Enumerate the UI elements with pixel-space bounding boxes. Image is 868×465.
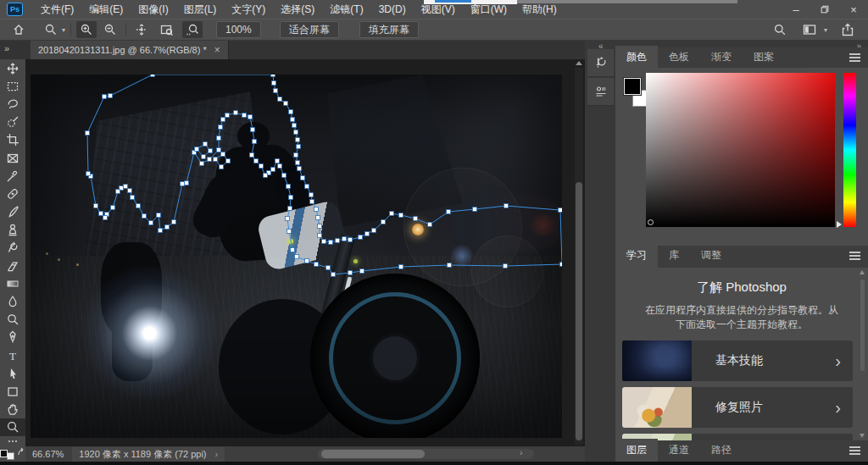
photoshop-logo: Ps — [7, 3, 23, 16]
separator — [125, 23, 126, 36]
saturation-brightness-field[interactable] — [646, 73, 835, 227]
panel-menu-icon[interactable] — [849, 446, 860, 457]
foreground-color-swatch[interactable] — [0, 450, 8, 457]
pen-tool[interactable] — [0, 329, 25, 346]
history-panel-icon[interactable] — [587, 49, 614, 77]
fit-screen-button[interactable]: 适合屏幕 — [280, 21, 339, 38]
scroll-right-icon[interactable]: › — [520, 447, 523, 457]
menu-edit[interactable]: 编辑(E) — [81, 0, 131, 19]
tutorial-thumbnail — [622, 340, 692, 381]
restore-button[interactable] — [810, 0, 839, 19]
panel-menu-icon[interactable] — [849, 53, 860, 64]
menu-filter[interactable]: 滤镜(T) — [322, 0, 370, 19]
menu-file[interactable]: 文件(F) — [33, 0, 81, 19]
fill-screen-button[interactable]: 填充屏幕 — [359, 21, 419, 38]
panel-column: 颜色 色板 渐变 图案 学习 库 调整 了解 — [615, 41, 868, 465]
background-color-swatch[interactable] — [7, 452, 14, 460]
brush-tool[interactable] — [0, 203, 25, 221]
clone-stamp-tool[interactable] — [0, 221, 25, 239]
document-image[interactable] — [31, 75, 562, 438]
chevron-down-icon[interactable]: ▾ — [824, 26, 827, 34]
document-tab-title: 20180420131311.jpg @ 66.7%(RGB/8) * — [38, 45, 207, 55]
window-bottom-edge — [0, 462, 868, 465]
type-tool[interactable]: T — [0, 346, 25, 364]
tab-gradients[interactable]: 渐变 — [700, 46, 743, 69]
resize-window-fit-icon[interactable] — [157, 21, 177, 38]
status-zoom-value[interactable]: 66.67% — [32, 449, 64, 459]
tab-libraries[interactable]: 库 — [658, 244, 690, 268]
color-panel-tabs: 颜色 色板 渐变 图案 — [615, 47, 868, 69]
zoom-in-icon[interactable] — [76, 21, 97, 38]
history-brush-tool[interactable] — [0, 239, 25, 257]
menu-select[interactable]: 选择(S) — [273, 0, 322, 19]
pan-windows-icon[interactable] — [131, 21, 152, 38]
edit-toolbar-icon[interactable] — [0, 436, 25, 446]
tab-patterns[interactable]: 图案 — [743, 46, 785, 69]
zoom-tool[interactable] — [0, 418, 25, 436]
tab-layers[interactable]: 图层 — [615, 439, 658, 462]
properties-panel-icon[interactable] — [587, 78, 614, 106]
hue-slider-marker[interactable] — [837, 221, 842, 228]
swap-colors-icon[interactable] — [17, 447, 25, 460]
vertical-scrollbar-thumb[interactable] — [576, 182, 582, 440]
scroll-down-icon[interactable] — [860, 434, 865, 438]
scrubby-zoom-icon[interactable] — [182, 21, 203, 38]
frame-tool[interactable] — [0, 149, 25, 167]
tab-swatches[interactable]: 色板 — [658, 46, 700, 69]
tab-color[interactable]: 颜色 — [615, 46, 658, 69]
layers-panel-tabs: 图层 通道 路径 — [615, 440, 868, 462]
separator — [70, 23, 71, 36]
path-selection-tool[interactable] — [0, 364, 25, 382]
hue-slider[interactable] — [843, 73, 856, 227]
minimize-button[interactable]: – — [782, 0, 810, 19]
learn-title: 了解 Photoshop — [615, 280, 868, 296]
marquee-tool[interactable] — [0, 77, 25, 95]
workspace-icon[interactable] — [800, 21, 821, 38]
canvas-area[interactable] — [25, 59, 585, 446]
search-icon[interactable] — [770, 21, 790, 38]
tab-learn[interactable]: 学习 — [615, 244, 658, 268]
blur-tool[interactable] — [0, 292, 25, 310]
tab-channels[interactable]: 通道 — [658, 439, 700, 462]
zoom-out-icon[interactable] — [100, 21, 120, 38]
tab-paths[interactable]: 路径 — [700, 439, 743, 462]
menu-3d[interactable]: 3D(D) — [371, 0, 414, 19]
document-tab[interactable]: 20180420131311.jpg @ 66.7%(RGB/8) * × — [31, 41, 229, 59]
status-chevron-icon[interactable]: › — [215, 449, 219, 459]
background-window-sliver-accent — [435, 0, 471, 3]
hand-tool[interactable] — [0, 401, 25, 418]
menu-type[interactable]: 文字(Y) — [224, 0, 273, 19]
healing-brush-tool[interactable] — [0, 185, 25, 202]
menu-layer[interactable]: 图层(L) — [176, 0, 225, 19]
close-button[interactable]: × — [839, 0, 868, 19]
tutorial-card-retouch-photos[interactable]: 修复照片 › — [622, 387, 853, 428]
menu-image[interactable]: 图像(I) — [131, 0, 175, 19]
horizontal-scrollbar-thumb[interactable] — [321, 450, 425, 458]
toolbar-collapse-chevron[interactable]: » — [4, 43, 9, 53]
move-tool[interactable] — [0, 59, 25, 77]
foreground-color-swatch[interactable] — [624, 78, 641, 95]
rectangle-tool[interactable] — [0, 382, 25, 400]
chevron-down-icon[interactable]: ▾ — [62, 26, 65, 34]
tab-adjustments[interactable]: 调整 — [690, 244, 732, 268]
chevron-right-icon: › — [835, 399, 841, 416]
scroll-up-icon[interactable] — [576, 61, 582, 65]
color-swatches-control[interactable] — [0, 446, 25, 462]
home-icon[interactable] — [8, 21, 29, 38]
color-field-marker[interactable] — [648, 219, 654, 225]
zoom-100-button[interactable]: 100% — [216, 21, 261, 38]
crop-tool[interactable] — [0, 131, 25, 149]
gradient-tool[interactable] — [0, 274, 25, 292]
tab-close-icon[interactable]: × — [214, 44, 220, 56]
dodge-tool[interactable] — [0, 311, 25, 329]
eraser-tool[interactable] — [0, 257, 25, 274]
zoom-tool-icon[interactable] — [41, 21, 61, 38]
scroll-up-icon[interactable] — [860, 270, 865, 274]
lasso-tool[interactable] — [0, 95, 25, 113]
learn-scrollbar-thumb[interactable] — [860, 280, 865, 371]
quick-selection-tool[interactable] — [0, 113, 25, 131]
panel-menu-icon[interactable] — [849, 252, 860, 262]
tutorial-card-basic-skills[interactable]: 基本技能 › — [622, 340, 853, 381]
eyedropper-tool[interactable] — [0, 167, 25, 185]
share-icon[interactable] — [837, 21, 858, 38]
